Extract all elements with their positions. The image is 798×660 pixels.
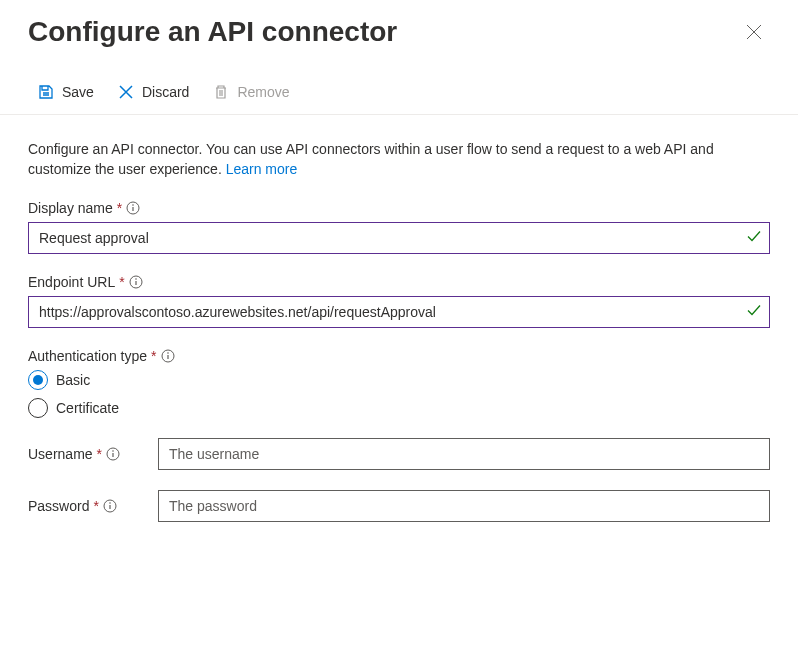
- required-indicator: *: [119, 274, 124, 290]
- check-icon: [746, 302, 762, 321]
- remove-button: Remove: [203, 80, 299, 104]
- close-icon: [746, 24, 762, 40]
- trash-icon: [213, 84, 229, 100]
- discard-label: Discard: [142, 84, 189, 100]
- radio-label-basic: Basic: [56, 372, 90, 388]
- svg-point-3: [135, 278, 137, 280]
- required-indicator: *: [117, 200, 122, 216]
- discard-icon: [118, 84, 134, 100]
- radio-selected-icon: [28, 370, 48, 390]
- discard-button[interactable]: Discard: [108, 80, 199, 104]
- remove-label: Remove: [237, 84, 289, 100]
- password-input[interactable]: [158, 490, 770, 522]
- username-input[interactable]: [158, 438, 770, 470]
- required-indicator: *: [93, 498, 98, 514]
- username-label: Username *: [28, 446, 146, 462]
- learn-more-link[interactable]: Learn more: [226, 161, 298, 177]
- intro-text: Configure an API connector. You can use …: [28, 139, 770, 180]
- required-indicator: *: [97, 446, 102, 462]
- svg-point-5: [167, 352, 169, 354]
- password-label: Password *: [28, 498, 146, 514]
- radio-label-certificate: Certificate: [56, 400, 119, 416]
- save-icon: [38, 84, 54, 100]
- info-icon[interactable]: [161, 349, 175, 363]
- svg-point-9: [109, 502, 111, 504]
- info-icon[interactable]: [126, 201, 140, 215]
- close-button[interactable]: [738, 16, 770, 48]
- svg-point-7: [112, 450, 114, 452]
- save-label: Save: [62, 84, 94, 100]
- info-icon[interactable]: [129, 275, 143, 289]
- display-name-input[interactable]: [28, 222, 770, 254]
- auth-type-basic-radio[interactable]: Basic: [28, 370, 770, 390]
- page-title: Configure an API connector: [28, 16, 397, 48]
- required-indicator: *: [151, 348, 156, 364]
- endpoint-url-label: Endpoint URL *: [28, 274, 770, 290]
- auth-type-certificate-radio[interactable]: Certificate: [28, 398, 770, 418]
- check-icon: [746, 228, 762, 247]
- auth-type-label: Authentication type *: [28, 348, 770, 364]
- endpoint-url-input[interactable]: [28, 296, 770, 328]
- radio-unselected-icon: [28, 398, 48, 418]
- save-button[interactable]: Save: [28, 80, 104, 104]
- info-icon[interactable]: [103, 499, 117, 513]
- svg-point-1: [132, 204, 134, 206]
- display-name-label: Display name *: [28, 200, 770, 216]
- toolbar: Save Discard Remove: [0, 58, 798, 115]
- info-icon[interactable]: [106, 447, 120, 461]
